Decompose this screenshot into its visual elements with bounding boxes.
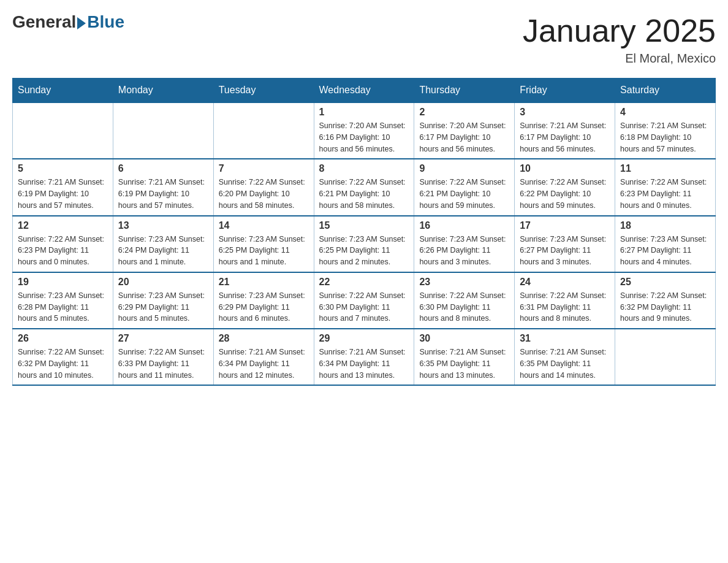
day-number: 15 bbox=[319, 220, 409, 231]
day-number: 18 bbox=[620, 220, 710, 231]
calendar-cell: 8Sunrise: 7:22 AM Sunset: 6:21 PM Daylig… bbox=[314, 159, 414, 215]
day-info: Sunrise: 7:22 AM Sunset: 6:22 PM Dayligh… bbox=[520, 177, 610, 211]
day-info: Sunrise: 7:20 AM Sunset: 6:16 PM Dayligh… bbox=[319, 120, 409, 155]
calendar-cell: 29Sunrise: 7:21 AM Sunset: 6:34 PM Dayli… bbox=[314, 329, 414, 385]
day-info: Sunrise: 7:23 AM Sunset: 6:25 PM Dayligh… bbox=[219, 234, 309, 268]
day-info: Sunrise: 7:22 AM Sunset: 6:30 PM Dayligh… bbox=[419, 290, 509, 324]
day-number: 22 bbox=[319, 277, 409, 288]
calendar-cell: 21Sunrise: 7:23 AM Sunset: 6:29 PM Dayli… bbox=[213, 272, 314, 329]
day-number: 25 bbox=[620, 277, 710, 288]
calendar-cell: 25Sunrise: 7:22 AM Sunset: 6:32 PM Dayli… bbox=[615, 272, 716, 329]
calendar-cell: 31Sunrise: 7:21 AM Sunset: 6:35 PM Dayli… bbox=[515, 329, 615, 385]
calendar-cell: 13Sunrise: 7:23 AM Sunset: 6:24 PM Dayli… bbox=[113, 216, 213, 272]
day-info: Sunrise: 7:21 AM Sunset: 6:35 PM Dayligh… bbox=[419, 347, 509, 381]
day-info: Sunrise: 7:22 AM Sunset: 6:20 PM Dayligh… bbox=[219, 177, 309, 211]
calendar-cell: 12Sunrise: 7:22 AM Sunset: 6:23 PM Dayli… bbox=[13, 216, 113, 272]
day-number: 17 bbox=[520, 220, 610, 231]
calendar-day-header: Sunday bbox=[13, 79, 113, 103]
day-number: 26 bbox=[18, 333, 108, 344]
day-info: Sunrise: 7:22 AM Sunset: 6:33 PM Dayligh… bbox=[118, 347, 208, 381]
day-number: 8 bbox=[319, 163, 409, 174]
day-info: Sunrise: 7:23 AM Sunset: 6:25 PM Dayligh… bbox=[319, 234, 409, 268]
calendar-header-row: SundayMondayTuesdayWednesdayThursdayFrid… bbox=[13, 79, 716, 103]
calendar-day-header: Saturday bbox=[615, 79, 716, 103]
calendar-cell: 18Sunrise: 7:23 AM Sunset: 6:27 PM Dayli… bbox=[615, 216, 716, 272]
day-number: 7 bbox=[219, 163, 309, 174]
day-info: Sunrise: 7:21 AM Sunset: 6:34 PM Dayligh… bbox=[319, 347, 409, 381]
calendar-cell: 19Sunrise: 7:23 AM Sunset: 6:28 PM Dayli… bbox=[13, 272, 113, 329]
calendar-cell: 2Sunrise: 7:20 AM Sunset: 6:17 PM Daylig… bbox=[414, 102, 515, 159]
day-number: 19 bbox=[18, 277, 108, 288]
calendar-cell: 6Sunrise: 7:21 AM Sunset: 6:19 PM Daylig… bbox=[113, 159, 213, 215]
calendar-cell: 27Sunrise: 7:22 AM Sunset: 6:33 PM Dayli… bbox=[113, 329, 213, 385]
calendar-cell bbox=[113, 102, 213, 159]
day-number: 31 bbox=[520, 333, 610, 344]
logo: General Blue bbox=[12, 12, 124, 32]
calendar-cell: 17Sunrise: 7:23 AM Sunset: 6:27 PM Dayli… bbox=[515, 216, 615, 272]
month-title: January 2025 bbox=[523, 12, 716, 49]
calendar-week-row: 12Sunrise: 7:22 AM Sunset: 6:23 PM Dayli… bbox=[13, 216, 716, 272]
calendar-table: SundayMondayTuesdayWednesdayThursdayFrid… bbox=[12, 78, 716, 386]
calendar-day-header: Wednesday bbox=[314, 79, 414, 103]
day-number: 20 bbox=[118, 277, 208, 288]
day-number: 13 bbox=[118, 220, 208, 231]
logo-general-text: General bbox=[12, 12, 76, 32]
calendar-cell: 11Sunrise: 7:22 AM Sunset: 6:23 PM Dayli… bbox=[615, 159, 716, 215]
day-number: 5 bbox=[18, 163, 108, 174]
day-info: Sunrise: 7:21 AM Sunset: 6:35 PM Dayligh… bbox=[520, 347, 610, 381]
calendar-week-row: 19Sunrise: 7:23 AM Sunset: 6:28 PM Dayli… bbox=[13, 272, 716, 329]
day-info: Sunrise: 7:23 AM Sunset: 6:27 PM Dayligh… bbox=[620, 234, 710, 268]
calendar-day-header: Friday bbox=[515, 79, 615, 103]
calendar-day-header: Tuesday bbox=[213, 79, 314, 103]
day-number: 28 bbox=[219, 333, 309, 344]
day-info: Sunrise: 7:23 AM Sunset: 6:27 PM Dayligh… bbox=[520, 234, 610, 268]
page-header: General Blue January 2025 El Moral, Mexi… bbox=[12, 12, 716, 66]
calendar-cell: 24Sunrise: 7:22 AM Sunset: 6:31 PM Dayli… bbox=[515, 272, 615, 329]
calendar-cell: 20Sunrise: 7:23 AM Sunset: 6:29 PM Dayli… bbox=[113, 272, 213, 329]
calendar-cell: 9Sunrise: 7:22 AM Sunset: 6:21 PM Daylig… bbox=[414, 159, 515, 215]
day-info: Sunrise: 7:22 AM Sunset: 6:32 PM Dayligh… bbox=[18, 347, 108, 381]
calendar-cell: 14Sunrise: 7:23 AM Sunset: 6:25 PM Dayli… bbox=[213, 216, 314, 272]
calendar-cell bbox=[213, 102, 314, 159]
day-number: 2 bbox=[419, 107, 509, 118]
day-number: 4 bbox=[620, 107, 710, 118]
calendar-week-row: 1Sunrise: 7:20 AM Sunset: 6:16 PM Daylig… bbox=[13, 102, 716, 159]
day-info: Sunrise: 7:22 AM Sunset: 6:23 PM Dayligh… bbox=[18, 234, 108, 268]
day-number: 11 bbox=[620, 163, 710, 174]
calendar-cell: 10Sunrise: 7:22 AM Sunset: 6:22 PM Dayli… bbox=[515, 159, 615, 215]
day-number: 30 bbox=[419, 333, 509, 344]
calendar-cell: 7Sunrise: 7:22 AM Sunset: 6:20 PM Daylig… bbox=[213, 159, 314, 215]
day-number: 9 bbox=[419, 163, 509, 174]
calendar-cell: 22Sunrise: 7:22 AM Sunset: 6:30 PM Dayli… bbox=[314, 272, 414, 329]
location: El Moral, Mexico bbox=[523, 52, 716, 66]
day-info: Sunrise: 7:23 AM Sunset: 6:29 PM Dayligh… bbox=[118, 290, 208, 324]
day-info: Sunrise: 7:22 AM Sunset: 6:21 PM Dayligh… bbox=[419, 177, 509, 211]
day-info: Sunrise: 7:23 AM Sunset: 6:24 PM Dayligh… bbox=[118, 234, 208, 268]
day-number: 23 bbox=[419, 277, 509, 288]
day-info: Sunrise: 7:22 AM Sunset: 6:21 PM Dayligh… bbox=[319, 177, 409, 211]
day-number: 24 bbox=[520, 277, 610, 288]
logo-blue-text: Blue bbox=[87, 12, 124, 32]
day-info: Sunrise: 7:21 AM Sunset: 6:19 PM Dayligh… bbox=[18, 177, 108, 211]
calendar-cell: 30Sunrise: 7:21 AM Sunset: 6:35 PM Dayli… bbox=[414, 329, 515, 385]
day-info: Sunrise: 7:22 AM Sunset: 6:30 PM Dayligh… bbox=[319, 290, 409, 324]
day-info: Sunrise: 7:21 AM Sunset: 6:17 PM Dayligh… bbox=[520, 120, 610, 155]
day-info: Sunrise: 7:21 AM Sunset: 6:34 PM Dayligh… bbox=[219, 347, 309, 381]
calendar-cell: 28Sunrise: 7:21 AM Sunset: 6:34 PM Dayli… bbox=[213, 329, 314, 385]
day-number: 27 bbox=[118, 333, 208, 344]
calendar-cell bbox=[13, 102, 113, 159]
day-info: Sunrise: 7:21 AM Sunset: 6:19 PM Dayligh… bbox=[118, 177, 208, 211]
calendar-cell: 15Sunrise: 7:23 AM Sunset: 6:25 PM Dayli… bbox=[314, 216, 414, 272]
calendar-cell: 5Sunrise: 7:21 AM Sunset: 6:19 PM Daylig… bbox=[13, 159, 113, 215]
calendar-cell: 23Sunrise: 7:22 AM Sunset: 6:30 PM Dayli… bbox=[414, 272, 515, 329]
day-number: 12 bbox=[18, 220, 108, 231]
day-info: Sunrise: 7:23 AM Sunset: 6:28 PM Dayligh… bbox=[18, 290, 108, 324]
day-number: 6 bbox=[118, 163, 208, 174]
logo-arrow-icon bbox=[77, 17, 86, 29]
day-info: Sunrise: 7:23 AM Sunset: 6:26 PM Dayligh… bbox=[419, 234, 509, 268]
title-section: January 2025 El Moral, Mexico bbox=[523, 12, 716, 66]
calendar-day-header: Thursday bbox=[414, 79, 515, 103]
calendar-week-row: 26Sunrise: 7:22 AM Sunset: 6:32 PM Dayli… bbox=[13, 329, 716, 385]
day-number: 29 bbox=[319, 333, 409, 344]
calendar-week-row: 5Sunrise: 7:21 AM Sunset: 6:19 PM Daylig… bbox=[13, 159, 716, 215]
